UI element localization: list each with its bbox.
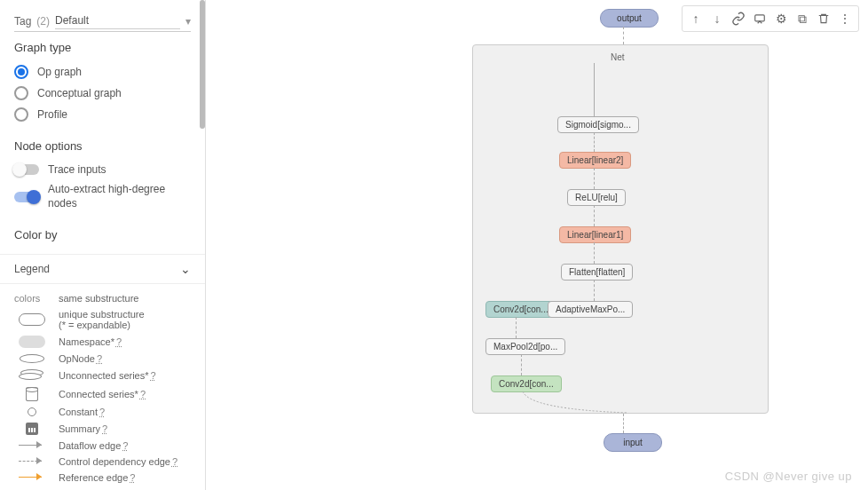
edge	[623, 27, 624, 44]
legend-item: Control dependency edge?	[0, 454, 205, 470]
legend-item: Reference edge?	[0, 470, 205, 486]
edge	[594, 63, 595, 116]
chat-icon	[754, 12, 766, 25]
help-icon[interactable]: ?	[102, 423, 107, 434]
namespace-icon	[19, 336, 45, 348]
toggle-trace-inputs[interactable]	[14, 164, 39, 175]
legend-label: Unconnected series*	[59, 370, 149, 381]
chevron-down-icon: ⌄	[180, 262, 191, 276]
connected-series-icon	[26, 387, 38, 401]
upload-icon: ↑	[693, 12, 699, 26]
node-sigmoid[interactable]: Sigmoid[sigmo...	[557, 116, 639, 133]
legend-label: Reference edge	[59, 472, 128, 483]
toolbar: ↑ ↓ ⚙ ⧉ ⋮	[682, 5, 859, 32]
node-options-title: Node options	[14, 139, 191, 153]
legend-label: Summary	[59, 423, 100, 434]
legend-item: Dataflow edge?	[0, 438, 205, 454]
more-button[interactable]: ⋮	[835, 9, 855, 28]
help-icon[interactable]: ?	[151, 370, 156, 381]
restore-icon: ⧉	[798, 12, 807, 27]
legend-label: Control dependency edge	[59, 456, 170, 467]
tag-dropdown[interactable]: Default	[55, 12, 180, 29]
radio-conceptual-graph[interactable]: Conceptual graph	[14, 83, 191, 104]
node-adaptivemax[interactable]: AdaptiveMaxPo...	[548, 301, 633, 318]
scrollbar[interactable]	[200, 0, 205, 129]
toggle-label: Trace inputs	[48, 163, 107, 176]
node-input[interactable]: input	[604, 433, 662, 452]
help-icon[interactable]: ?	[99, 407, 105, 417]
upload-button[interactable]: ↑	[686, 9, 706, 28]
legend-item: Unconnected series*?	[0, 367, 205, 384]
radio-icon	[14, 107, 28, 122]
radio-label: Profile	[37, 108, 67, 121]
restore-button[interactable]: ⧉	[793, 9, 812, 28]
series-icon	[19, 369, 45, 382]
summary-icon	[26, 423, 38, 435]
help-icon[interactable]: ?	[97, 353, 102, 364]
edge	[594, 242, 595, 264]
legend-label: Namespace*	[59, 336, 114, 347]
chat-button[interactable]	[750, 9, 769, 28]
help-icon[interactable]: ?	[130, 472, 135, 483]
radio-profile[interactable]: Profile	[14, 104, 191, 125]
more-icon: ⋮	[839, 12, 851, 26]
legend-label: OpNode	[59, 353, 95, 364]
control-edge-icon	[19, 458, 45, 465]
help-icon[interactable]: ?	[122, 440, 128, 451]
node-linear2[interactable]: Linear[linear2]	[559, 152, 631, 169]
sidebar: Tag (2) Default ▾ Graph type Op graph Co…	[0, 0, 206, 490]
legend-item: Summary?	[0, 420, 205, 438]
legend-item: unique substructure(* = expandable)	[0, 306, 205, 333]
radio-icon	[14, 65, 28, 79]
node-maxpool[interactable]: MaxPool2d[po...	[485, 338, 565, 355]
net-container[interactable]: Net Sigmoid[sigmo... Linear[linear2] ReL…	[472, 44, 769, 414]
edge	[516, 317, 517, 338]
legend-sublabel: (* = expandable)	[59, 320, 130, 330]
settings-button[interactable]: ⚙	[771, 9, 791, 28]
opnode-icon	[20, 354, 44, 363]
tag-count: (2)	[36, 15, 50, 28]
legend-title: Legend	[14, 263, 50, 275]
edge	[594, 168, 595, 189]
link-icon	[731, 12, 746, 26]
delete-button[interactable]	[814, 9, 833, 28]
legend-header[interactable]: Legend ⌄	[0, 254, 205, 284]
trash-icon	[817, 12, 830, 25]
svg-rect-0	[755, 15, 765, 21]
graph-canvas[interactable]: ↑ ↓ ⚙ ⧉ ⋮ output Net Sigmoid[sigmo... Li…	[206, 0, 868, 490]
tag-label: Tag	[14, 15, 31, 28]
node-output[interactable]: output	[600, 9, 659, 28]
legend-col-structure: same substructure	[59, 293, 138, 304]
radio-op-graph[interactable]: Op graph	[14, 61, 191, 83]
edge-curve	[521, 391, 627, 415]
link-button[interactable]	[729, 9, 748, 28]
toggle-auto-extract[interactable]	[14, 192, 39, 202]
legend-item: Constant?	[0, 404, 205, 420]
toggle-label: Auto-extract high-degree nodes	[48, 183, 181, 210]
legend-label: Dataflow edge	[59, 440, 121, 451]
dropdown-icon: ▾	[185, 15, 191, 28]
watermark: CSDN @Never give up	[725, 470, 852, 483]
help-icon[interactable]: ?	[172, 456, 178, 467]
constant-icon	[28, 407, 36, 416]
edge	[623, 414, 624, 433]
edge	[594, 132, 595, 152]
radio-icon	[14, 86, 28, 100]
node-relu[interactable]: ReLU[relu]	[567, 189, 626, 206]
node-conv1[interactable]: Conv2d[con...	[491, 375, 562, 392]
node-conv2[interactable]: Conv2d[con...	[485, 301, 556, 318]
help-icon[interactable]: ?	[116, 336, 122, 347]
node-linear1[interactable]: Linear[linear1]	[559, 226, 631, 243]
legend-col-colors: colors	[14, 293, 50, 304]
download-icon: ↓	[714, 12, 721, 26]
node-flatten[interactable]: Flatten[flatten]	[561, 264, 633, 281]
download-button[interactable]: ↓	[707, 9, 727, 28]
legend-label: Constant	[59, 407, 98, 417]
help-icon[interactable]: ?	[140, 389, 146, 399]
edge	[594, 280, 595, 301]
graph-type-title: Graph type	[14, 41, 191, 54]
tag-selector[interactable]: Tag (2) Default ▾	[14, 12, 191, 32]
gear-icon: ⚙	[776, 12, 787, 26]
legend-item: OpNode?	[0, 351, 205, 367]
legend-item: Namespace*?	[0, 333, 205, 351]
